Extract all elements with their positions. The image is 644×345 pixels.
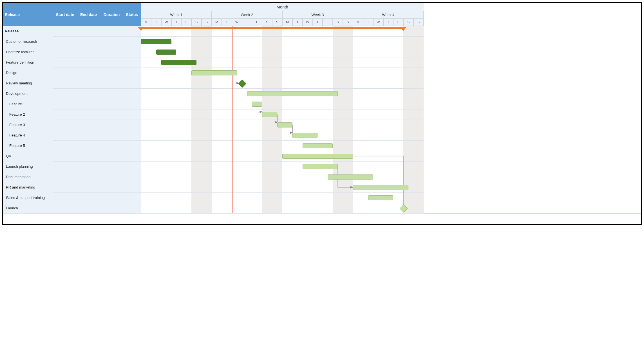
task-bar[interactable] [141,39,171,44]
row-divider [3,213,424,214]
timeline-day-header: S [191,18,202,26]
task-bar[interactable] [252,102,262,107]
milestone-marker[interactable] [238,79,246,87]
column-header-end: End date [77,3,100,26]
column-header-status: Status [123,3,141,26]
task-label: Release [3,26,53,36]
task-bar[interactable] [303,143,333,148]
timeline-day-header: M [282,18,292,26]
row-divider [3,192,424,193]
task-bar[interactable] [247,91,338,96]
row-divider [3,26,424,26]
task-bar[interactable] [303,164,338,169]
row-divider [3,68,424,68]
task-label: Launch [3,203,53,213]
timeline-day-header: T [292,18,303,26]
timeline-day-header: M [212,18,222,26]
task-bar[interactable] [368,195,393,200]
task-label: Feature 2 [3,109,53,120]
timeline-week-header: Week 3 [282,11,353,18]
timeline-day-header: S [333,18,343,26]
column-header-release: Release [3,3,53,26]
timeline-day-header: S [343,18,353,26]
summary-bar[interactable] [141,27,403,29]
timeline-day-header: W [161,18,171,26]
task-label: Development [3,88,53,99]
timeline-day-header: S [413,18,424,26]
row-divider [3,130,424,130]
task-label: Feature definition [3,57,53,68]
timeline-day-header: F [252,18,262,26]
timeline-week-header: Week 4 [353,11,424,18]
timeline-day-header: W [232,18,242,26]
row-divider [3,151,424,151]
task-bar[interactable] [161,60,197,65]
timeline-day-header: W [373,18,383,26]
task-label: Feature 4 [3,130,53,140]
task-label: QA [3,151,53,161]
task-label: Documentation [3,172,53,182]
timeline-day-header: T [313,18,323,26]
timeline-day-header: M [141,18,151,26]
task-bar[interactable] [277,122,292,127]
timeline-day-header: T [383,18,393,26]
task-label: Review meeting [3,78,53,88]
row-divider [3,88,424,89]
row-divider [3,161,424,162]
task-bar[interactable] [353,185,408,190]
timeline-day-header: S [262,18,272,26]
task-bar[interactable] [262,112,277,117]
summary-end-marker [400,27,406,31]
timeline-day-header: T [242,18,252,26]
task-label: Prioritize features [3,47,53,57]
today-marker [232,26,232,213]
timeline-day-header: T [171,18,182,26]
row-divider [3,109,424,109]
row-divider [3,57,424,57]
row-divider [3,172,424,172]
gantt-chart: ReleaseStart dateEnd dateDurationStatusM… [3,3,424,213]
footer-blank [3,213,641,224]
task-bar[interactable] [282,154,353,159]
timeline-day-header: T [363,18,373,26]
task-bar[interactable] [191,70,237,75]
timeline-day-header: F [181,18,191,26]
timeline-day-header: S [202,18,212,26]
timeline-day-header: T [222,18,232,26]
timeline-day-header: T [151,18,161,26]
task-label: Feature 3 [3,120,53,130]
task-bar[interactable] [156,50,176,55]
row-divider [3,47,424,47]
task-label: PR and marketing [3,182,53,192]
timeline-day-header: S [272,18,282,26]
table-column-bg [77,3,100,213]
row-divider [3,182,424,182]
row-divider [3,120,424,120]
task-label: Customer research [3,36,53,47]
row-divider [3,99,424,99]
task-label: Design [3,68,53,78]
timeline-day-header: F [323,18,333,26]
task-bar[interactable] [292,133,318,138]
table-column-bg [100,3,123,213]
timeline-month-header: Month [141,3,424,11]
task-bar[interactable] [328,174,373,180]
task-label: Launch planning [3,161,53,172]
task-label: Sales & support training [3,192,53,203]
timeline-day-header: W [303,18,313,26]
timeline-day-header: S [403,18,413,26]
task-label: Feature 1 [3,99,53,109]
row-divider [3,140,424,141]
table-column-bg [53,3,77,213]
row-divider [3,36,424,37]
task-label: Feature 5 [3,140,53,151]
timeline-day-header: M [353,18,363,26]
column-header-start: Start date [53,3,77,26]
timeline-week-header: Week 1 [141,11,212,18]
summary-start-marker [138,27,144,31]
column-header-duration: Duration [100,3,123,26]
timeline-week-header: Week 2 [212,11,282,18]
table-column-bg [123,3,141,213]
row-divider [3,203,424,203]
row-divider [3,78,424,78]
